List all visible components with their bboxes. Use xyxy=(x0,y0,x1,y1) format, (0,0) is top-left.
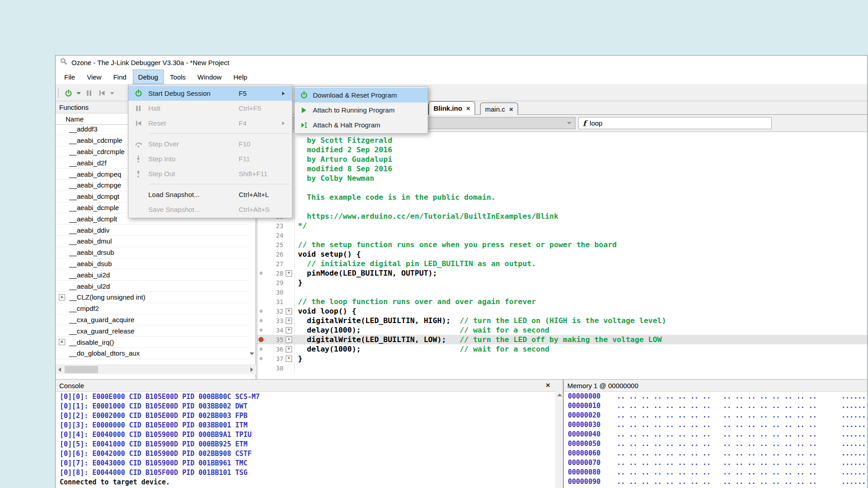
line-number[interactable]: 23 xyxy=(264,222,286,230)
code-line-25[interactable]: 25// the setup function runs once when y… xyxy=(257,240,867,249)
menu-item-load-snapshot[interactable]: Load Snapshot...Ctrl+Alt+L xyxy=(128,187,292,202)
fold-expander[interactable]: + xyxy=(286,335,295,344)
line-number[interactable]: 37 xyxy=(264,355,286,362)
menu-debug[interactable]: Debug xyxy=(133,70,164,84)
breakpoint-slot-icon[interactable] xyxy=(257,347,264,351)
menu-view[interactable]: View xyxy=(81,70,107,84)
console-output[interactable]: [0][0]: E000E000 CID B105E00D PID 000BB0… xyxy=(56,391,556,488)
menu-item-start-debug-session[interactable]: Start Debug SessionF5 xyxy=(128,86,292,101)
expand-plus-icon[interactable]: + xyxy=(286,270,292,277)
line-number[interactable]: 32 xyxy=(264,308,286,315)
breakpoint-icon[interactable] xyxy=(257,337,264,342)
code-line-17[interactable]: 17 modified 8 Sep 2016 xyxy=(257,164,867,174)
functions-horizontal-scrollbar[interactable] xyxy=(56,365,256,374)
expand-plus-icon[interactable]: + xyxy=(59,339,65,345)
function-list-item[interactable]: __aeabi_ddiv xyxy=(56,225,248,236)
expand-plus-icon[interactable]: + xyxy=(286,318,292,324)
menu-item-step-out[interactable]: Step OutShift+F11 xyxy=(128,166,292,181)
menu-item-reset[interactable]: ResetF4 xyxy=(128,116,292,131)
scroll-left-button[interactable] xyxy=(56,365,64,374)
function-list-item[interactable]: __aeabi_dsub xyxy=(56,258,248,270)
reset-button[interactable] xyxy=(95,87,108,99)
code-line-38[interactable]: 38 xyxy=(257,363,867,373)
line-number[interactable]: 33 xyxy=(264,317,286,324)
memory-view[interactable]: 00000000 .. .. .. .. .. .. .. .. .. .. .… xyxy=(564,391,867,488)
code-line-35[interactable]: 35+ digitalWrite(LED_BUILTIN, LOW); // t… xyxy=(257,335,867,344)
fold-expander[interactable]: + xyxy=(286,268,295,278)
code-line-37[interactable]: 37+} xyxy=(257,354,867,363)
function-list-item[interactable]: __cmpdf2 xyxy=(56,303,248,314)
line-number[interactable]: 28 xyxy=(264,270,286,277)
code-line-21[interactable]: 21 xyxy=(257,202,867,211)
line-number[interactable]: 36 xyxy=(264,346,286,353)
code-line-20[interactable]: 20 This example code is in the public do… xyxy=(257,192,867,202)
breakpoint-slot-icon[interactable] xyxy=(257,319,264,322)
function-list-item[interactable]: __aeabi_drsub xyxy=(56,247,248,258)
code-line-23[interactable]: 23*/ xyxy=(257,221,867,230)
menu-find[interactable]: Find xyxy=(108,70,132,84)
code-line-33[interactable]: 33+ digitalWrite(LED_BUILTIN, HIGH); // … xyxy=(257,316,867,325)
code-line-30[interactable]: 30 xyxy=(257,287,867,297)
close-icon[interactable]: × xyxy=(546,381,550,390)
expand-plus-icon[interactable]: + xyxy=(286,337,292,343)
line-number[interactable]: 31 xyxy=(264,298,286,305)
function-list-item[interactable]: +__disable_irq() xyxy=(56,337,248,348)
breakpoint-slot-icon[interactable] xyxy=(257,272,264,275)
fold-expander[interactable]: + xyxy=(286,325,295,335)
code-line-22[interactable]: 22 https://www.arduino.cc/en/Tutorial/Bu… xyxy=(257,211,867,221)
code-line-32[interactable]: 32+void loop() { xyxy=(257,306,867,316)
breakpoint-slot-icon[interactable] xyxy=(257,310,264,313)
line-number[interactable]: 35 xyxy=(264,336,286,343)
expand-plus-icon[interactable]: + xyxy=(59,294,65,300)
code-line-19[interactable]: 19 xyxy=(257,183,867,192)
code-line-14[interactable]: 14 by Scott Fitzgerald xyxy=(257,136,867,145)
line-number[interactable]: 30 xyxy=(264,289,286,296)
function-list-item[interactable]: __aeabi_ui2d xyxy=(56,269,248,281)
tab-close-icon[interactable]: × xyxy=(466,104,470,112)
code-line-36[interactable]: 36+ delay(1000); // wait for a second xyxy=(257,344,867,354)
expand-plus-icon[interactable]: + xyxy=(286,346,292,352)
menu-item-attach-halt-program[interactable]: Attach & Halt Program xyxy=(295,117,428,132)
function-list-item[interactable]: __cxa_guard_acquire xyxy=(56,314,248,326)
code-line-28[interactable]: 28+ pinMode(LED_BUILTIN, OUTPUT); xyxy=(257,268,867,278)
menu-help[interactable]: Help xyxy=(228,70,253,84)
line-number[interactable]: 34 xyxy=(264,327,286,334)
expand-plus-icon[interactable]: + xyxy=(286,327,292,333)
line-number[interactable]: 26 xyxy=(264,251,286,258)
code-line-27[interactable]: 27 // initialize digital pin LED_BUILTIN… xyxy=(257,259,867,268)
breakpoint-slot-icon[interactable] xyxy=(257,357,264,360)
function-combobox[interactable]: f loop xyxy=(578,117,772,129)
code-line-26[interactable]: 26void setup() { xyxy=(257,249,867,259)
menu-tools[interactable]: Tools xyxy=(165,70,191,84)
reset-dropdown chevron-down-icon[interactable] xyxy=(110,92,114,94)
menu-item-download-reset-program[interactable]: Download & Reset Program xyxy=(295,88,428,103)
console-vertical-scrollbar[interactable] xyxy=(556,391,563,488)
expand-plus-icon[interactable]: + xyxy=(286,308,292,314)
menu-file[interactable]: File xyxy=(59,70,80,84)
breakpoint-slot-icon[interactable] xyxy=(257,328,264,332)
start-debug-button[interactable] xyxy=(62,87,75,99)
code-line-18[interactable]: 18 by Colby Newman xyxy=(257,174,867,183)
scroll-right-button[interactable] xyxy=(248,365,256,374)
expand-plus-icon[interactable]: + xyxy=(286,356,292,362)
code-line-24[interactable]: 24 xyxy=(257,230,867,240)
function-list-item[interactable]: __aeabi_ul2d xyxy=(56,281,248,292)
fold-expander[interactable]: + xyxy=(286,316,295,325)
line-number[interactable]: 29 xyxy=(264,279,286,286)
scrollbar-thumb[interactable] xyxy=(65,366,98,373)
menu-item-save-snapshot[interactable]: Save Snapshot...Ctrl+Alt+S xyxy=(128,202,292,217)
functions-vertical-scroll-down[interactable] xyxy=(249,350,255,358)
code-line-31[interactable]: 31// the loop function runs over and ove… xyxy=(257,297,867,306)
tab-main-c[interactable]: main.c × xyxy=(480,103,518,115)
code-line-34[interactable]: 34+ delay(1000); // wait for a second xyxy=(257,325,867,335)
menu-window[interactable]: Window xyxy=(192,70,227,84)
menu-item-step-over[interactable]: Step OverF10 xyxy=(128,136,292,151)
line-number[interactable]: 24 xyxy=(264,232,286,239)
line-number[interactable]: 27 xyxy=(264,260,286,267)
toolbar-grip[interactable] xyxy=(58,89,59,98)
start-debug-dropdown chevron-down-icon[interactable] xyxy=(76,92,81,94)
menu-item-step-into[interactable]: Step IntoF11 xyxy=(128,151,292,166)
function-list-item[interactable]: +__CLZ(long unsigned int) xyxy=(56,292,248,303)
function-list-item[interactable]: __do_global_dtors_aux xyxy=(56,348,248,359)
menu-item-halt[interactable]: HaltCtrl+F5 xyxy=(128,101,292,116)
